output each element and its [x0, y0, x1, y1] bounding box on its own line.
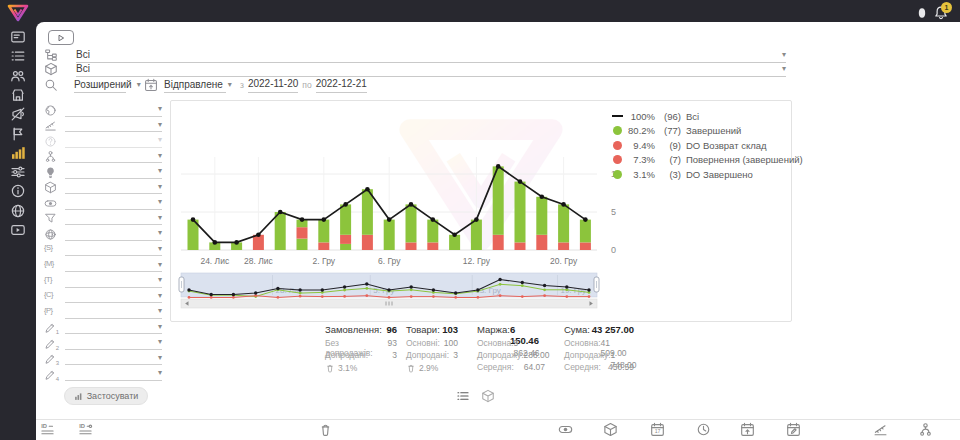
sidebar-item-sliders-icon[interactable] [10, 164, 26, 180]
products-select[interactable]: Всі ▾ [76, 62, 786, 77]
date-from-label: з [240, 80, 244, 90]
legend-item[interactable]: 7.3%(7)Повернення (завершений) [611, 153, 787, 168]
app-logo-icon[interactable] [6, 3, 30, 23]
toolbar-package-icon[interactable] [603, 422, 618, 437]
sidebar-item-card-icon[interactable] [10, 29, 26, 45]
filter-panel-row-world: ▾ [44, 104, 162, 117]
svg-text:17: 17 [655, 428, 661, 434]
legend-item[interactable]: 80.2%(77)Завершений [611, 124, 787, 139]
toolbar-clock-icon[interactable] [696, 422, 711, 437]
stat-column: Сума:43 257.00Основна:41 509.00Допродажу… [564, 324, 634, 374]
legend-label: Завершений [686, 125, 741, 136]
filter-panel-row-question: ▾ [44, 135, 162, 148]
chevron-down-icon: ▾ [782, 65, 786, 73]
brush-handle-right[interactable] [594, 277, 599, 292]
bracket-letter-icon: {S} [44, 243, 57, 256]
products-select-value: Всі [76, 63, 90, 74]
date-field-select[interactable]: Відправлене ▾ [164, 78, 226, 93]
stat-sub-value: 2.9% [419, 363, 438, 373]
toolbar-calendar-pen-icon[interactable] [786, 422, 801, 437]
toolbar-cup-icon[interactable] [318, 422, 333, 437]
filter-select[interactable]: ▾ [65, 227, 162, 241]
view-toggle-package-icon[interactable] [481, 389, 495, 403]
chevron-down-icon: ▾ [158, 152, 162, 160]
filter-select[interactable]: ▾ [65, 149, 162, 163]
filter-select[interactable]: ▾ [65, 336, 162, 350]
filter-select[interactable]: ▾ [65, 367, 162, 381]
sidebar-item-info-icon[interactable] [10, 183, 26, 199]
stat-sub-value: 100 [444, 338, 458, 350]
stat-sub-value: 3 [392, 350, 397, 362]
filter-panel-row-bracket-9: {S}▾ [44, 243, 162, 256]
toolbar-id-link-icon[interactable]: ID [78, 422, 93, 437]
legend-item[interactable]: 100%(96)Всі [611, 109, 787, 124]
stat-value: 103 [442, 324, 458, 338]
brush-handle-left[interactable] [179, 277, 184, 292]
stat-sub-label: Середня: [564, 362, 601, 374]
filter-select: ▾ [65, 134, 162, 148]
sidebar-item-play-box-icon[interactable] [10, 222, 26, 238]
filter-select[interactable]: ▾ [65, 274, 162, 288]
sidebar-item-globe-icon[interactable] [10, 203, 26, 219]
legend-count: (96) [655, 111, 681, 122]
date-to-input[interactable]: 2022-12-21 [316, 78, 367, 93]
video-help-button[interactable] [48, 30, 74, 45]
legend-item[interactable]: 9.4%(9)DO Возврат склад [611, 138, 787, 153]
legend-percent: 80.2% [623, 125, 655, 136]
sidebar-item-list-icon[interactable] [10, 48, 26, 64]
toolbar-eye-pill-icon[interactable] [558, 422, 573, 437]
lamp-icon[interactable] [914, 5, 930, 21]
toolbar-hierarchy-icon[interactable] [918, 422, 933, 437]
svg-text:ID: ID [41, 423, 47, 429]
package-icon [44, 62, 58, 76]
sidebar-item-flag-icon[interactable] [10, 126, 26, 142]
sidebar-item-store-icon[interactable] [10, 87, 26, 103]
pencil-3-icon: 3 [44, 352, 57, 365]
filter-select[interactable]: ▾ [65, 165, 162, 179]
filter-select[interactable]: ▾ [65, 103, 162, 117]
filter-select[interactable]: ▾ [65, 289, 162, 303]
stat-column: Товари:103Основні:100Допродані:32.9% [406, 324, 458, 374]
legend-item[interactable]: 3.1%(3)DO Завершено [611, 167, 787, 182]
search-mode-select[interactable]: Розширений ▾ [74, 78, 126, 93]
toolbar-calendar-up-icon[interactable] [740, 422, 755, 437]
filter-panel-row-bracket-13: {P}▾ [44, 306, 162, 319]
sidebar-item-users-icon[interactable] [10, 68, 26, 84]
chevron-down-icon: ▾ [158, 307, 162, 315]
filter-select[interactable]: ▾ [65, 242, 162, 256]
stat-sub-row: Допродані:3 [325, 350, 397, 362]
svg-text:24. Лис: 24. Лис [200, 256, 230, 266]
svg-text:12. Гру: 12. Гру [463, 256, 491, 266]
stat-column: Маржа:6 150.46Основна:5 862.46Допродажу:… [477, 324, 545, 374]
stat-sub-row: Середня:64.07 [477, 362, 545, 374]
legend-percent: 3.1% [623, 169, 655, 180]
brush-scrollbar[interactable] [181, 299, 597, 308]
sidebar-item-bar-chart-icon[interactable] [10, 145, 26, 161]
legend-percent: 9.4% [623, 140, 655, 151]
filter-select[interactable]: ▾ [65, 211, 162, 225]
apply-button[interactable]: Застосувати [64, 387, 148, 405]
stat-sub-value: 64.07 [524, 362, 545, 374]
sidebar-item-megaphone-off-icon[interactable] [10, 106, 26, 122]
filter-select[interactable]: ▾ [65, 118, 162, 132]
toolbar-ruler-icon[interactable] [873, 422, 888, 437]
filter-select[interactable]: ▾ [65, 196, 162, 210]
filter-select[interactable]: ▾ [65, 180, 162, 194]
chevron-down-icon: ▾ [158, 136, 162, 144]
stat-sub-row: Допродажу:1 748.00 [564, 350, 634, 362]
calendar-icon [144, 78, 158, 92]
toolbar-calendar-17-icon[interactable]: 17 [650, 422, 665, 437]
filter-select[interactable]: ▾ [65, 351, 162, 365]
filter-select[interactable]: ▾ [65, 305, 162, 319]
legend-percent: 7.3% [623, 154, 655, 165]
stat-title: Маржа: [477, 324, 510, 338]
date-from-input[interactable]: 2022-11-20 [248, 78, 298, 93]
toolbar-id-lines-icon[interactable]: ID [40, 422, 55, 437]
stat-upsell-row: 2.9% [406, 362, 458, 374]
chevron-down-icon: ▾ [158, 292, 162, 300]
filter-select[interactable]: ▾ [65, 320, 162, 334]
filter-select[interactable]: ▾ [65, 258, 162, 272]
filter-panel-row-bulb: ▾ [44, 166, 162, 179]
source-select[interactable]: Всі ▾ [76, 48, 786, 63]
view-toggle-list-icon[interactable] [456, 389, 470, 403]
